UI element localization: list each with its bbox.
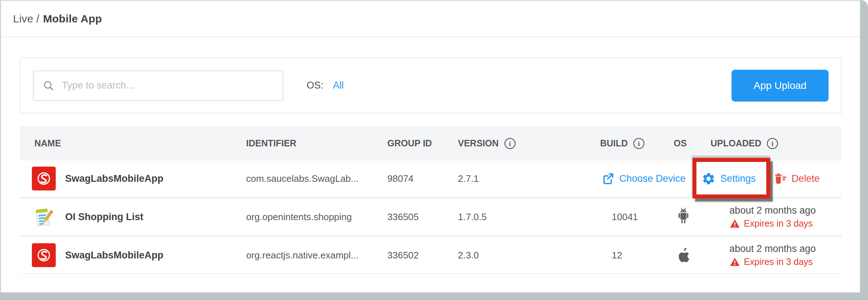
expires-warning-text: Expires in 3 days bbox=[744, 256, 813, 267]
svg-text:i: i bbox=[638, 140, 640, 147]
expires-warning-text: Expires in 3 days bbox=[744, 218, 813, 229]
build-cell: 12 bbox=[600, 250, 673, 261]
info-icon[interactable]: i bbox=[633, 137, 645, 150]
column-header-uploaded: UPLOADED i bbox=[711, 137, 842, 150]
warning-icon bbox=[729, 257, 740, 267]
app-name-cell: SwagLabsMobileApp bbox=[20, 167, 246, 190]
choose-device-label: Choose Device bbox=[619, 173, 686, 184]
search-box[interactable] bbox=[33, 70, 283, 101]
identifier-cell: com.saucelabs.SwagLab... bbox=[246, 173, 387, 184]
os-cell bbox=[673, 246, 711, 265]
toolbar: OS: All App Upload bbox=[20, 57, 842, 113]
version-cell: 2.7.1 bbox=[458, 173, 600, 184]
table-bottom-border bbox=[20, 273, 842, 274]
group-id-cell: 336505 bbox=[387, 211, 458, 223]
trash-icon bbox=[772, 172, 787, 185]
expires-warning: Expires in 3 days bbox=[729, 256, 842, 267]
info-icon[interactable]: i bbox=[766, 137, 779, 150]
version-cell: 2.3.0 bbox=[458, 250, 600, 261]
page-header: Live / Mobile App bbox=[1, 1, 860, 37]
delete-button[interactable]: Delete bbox=[772, 172, 820, 185]
uploaded-time: about 2 months ago bbox=[729, 205, 842, 217]
shopping-list-app-icon bbox=[32, 205, 56, 229]
saucelabs-app-icon bbox=[32, 243, 56, 267]
choose-device-button[interactable]: Choose Device bbox=[601, 172, 686, 185]
column-header-version-label: VERSION bbox=[458, 138, 499, 149]
search-icon bbox=[42, 80, 55, 92]
app-window: Live / Mobile App OS: All App Upload NAM… bbox=[0, 0, 868, 300]
uploaded-time: about 2 months ago bbox=[729, 243, 842, 255]
group-id-cell: 336502 bbox=[387, 250, 458, 261]
version-cell: 1.7.0.5 bbox=[458, 211, 600, 223]
identifier-cell: org.reactjs.native.exampl... bbox=[246, 250, 387, 261]
app-name: OI Shopping List bbox=[65, 211, 143, 223]
column-header-version: VERSION i bbox=[458, 137, 600, 150]
uploaded-cell: about 2 months ago Expires in 3 days bbox=[711, 243, 842, 268]
app-name-cell: SwagLabsMobileApp bbox=[20, 243, 246, 267]
warning-icon bbox=[729, 218, 740, 229]
expires-warning: Expires in 3 days bbox=[729, 218, 842, 229]
external-link-icon bbox=[601, 172, 615, 185]
breadcrumb-current: Mobile App bbox=[43, 13, 102, 25]
breadcrumb-section[interactable]: Live / bbox=[13, 13, 39, 25]
table-row[interactable]: SwagLabsMobileApp org.reactjs.native.exa… bbox=[20, 237, 842, 273]
settings-highlight-annotation bbox=[692, 158, 770, 198]
window-frame-right bbox=[860, 0, 868, 300]
delete-label: Delete bbox=[792, 173, 820, 184]
group-id-cell: 98074 bbox=[387, 173, 458, 184]
uploaded-cell: about 2 months ago Expires in 3 days bbox=[711, 205, 842, 230]
column-header-uploaded-label: UPLOADED bbox=[711, 138, 761, 149]
window-frame-top bbox=[0, 0, 868, 1]
identifier-cell: org.openintents.shopping bbox=[246, 211, 387, 223]
column-header-identifier: IDENTIFIER bbox=[246, 138, 387, 149]
column-header-build: BUILD i bbox=[600, 137, 673, 150]
saucelabs-app-icon bbox=[32, 167, 56, 190]
svg-text:i: i bbox=[772, 140, 774, 147]
window-frame-left bbox=[0, 0, 1, 300]
apple-icon bbox=[676, 246, 691, 262]
app-upload-button[interactable]: App Upload bbox=[732, 70, 829, 102]
os-cell bbox=[673, 207, 711, 227]
search-input[interactable] bbox=[62, 80, 274, 91]
app-name-cell: OI Shopping List bbox=[20, 205, 246, 229]
column-header-name: NAME bbox=[20, 138, 246, 149]
table-row[interactable]: OI Shopping List org.openintents.shoppin… bbox=[20, 199, 842, 235]
app-name: SwagLabsMobileApp bbox=[65, 173, 164, 184]
os-filter-value[interactable]: All bbox=[333, 80, 344, 91]
column-header-group-id: GROUP ID bbox=[387, 138, 458, 149]
apps-table: NAME IDENTIFIER GROUP ID VERSION i BUILD… bbox=[20, 126, 842, 274]
info-icon[interactable]: i bbox=[504, 137, 516, 150]
column-header-os: OS bbox=[673, 138, 711, 149]
svg-text:i: i bbox=[509, 140, 511, 147]
table-header-row: NAME IDENTIFIER GROUP ID VERSION i BUILD… bbox=[20, 126, 842, 160]
build-cell: 10041 bbox=[600, 211, 673, 223]
column-header-build-label: BUILD bbox=[600, 138, 628, 149]
app-name: SwagLabsMobileApp bbox=[65, 250, 164, 261]
breadcrumb: Live / Mobile App bbox=[13, 13, 102, 25]
android-icon bbox=[676, 207, 691, 224]
os-filter-label: OS: bbox=[307, 80, 324, 91]
window-frame-bottom bbox=[0, 292, 868, 300]
